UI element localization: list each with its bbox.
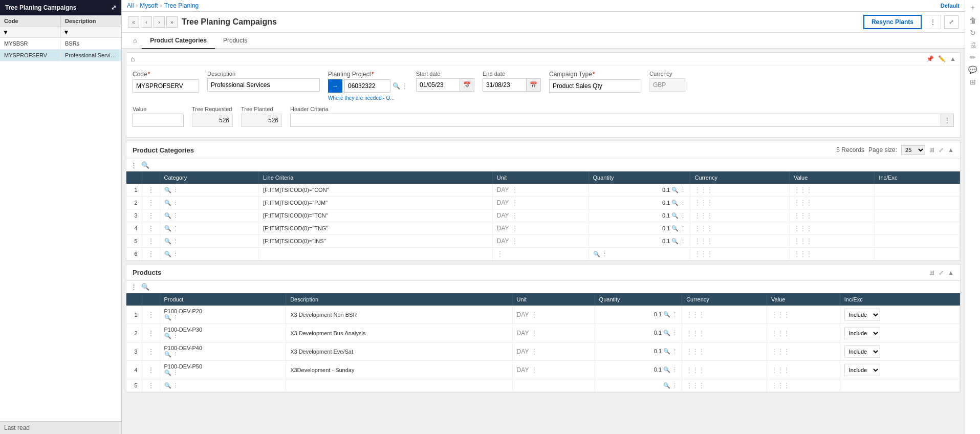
cat-row-dots-4[interactable]: ⋮ — [142, 222, 160, 235]
cat-search-icon-1[interactable]: 🔍 — [164, 187, 171, 193]
expand-sidebar-icon[interactable]: ⤢ — [111, 4, 116, 11]
cat-currency-4: ⋮⋮⋮ — [690, 222, 789, 235]
cat-more-icon-2[interactable]: ⋮ — [173, 200, 179, 206]
header-criteria-input[interactable] — [290, 114, 941, 127]
start-date-calendar-icon[interactable]: 📅 — [460, 78, 474, 92]
inc-exc-select-3[interactable]: IncludeExclude — [844, 345, 880, 358]
table-row: 3 ⋮ 🔍⋮ [F:ITM]TSICOD(0)="TCN" DAY⋮ 0.1 🔍… — [126, 209, 960, 222]
rt-comment-icon[interactable]: 💬 — [968, 66, 977, 74]
fullscreen-icon-cat[interactable]: ⤢ — [939, 146, 944, 154]
breadcrumb-sep-2: › — [160, 2, 162, 9]
fullscreen-icon-prod[interactable]: ⤢ — [939, 269, 944, 276]
sidebar-row-2[interactable]: MYSPROFSERV Professional Services — [0, 50, 121, 61]
prod-row-dots-5[interactable]: ⋮ — [142, 379, 160, 392]
product-categories-section: Product Categories 5 Records Page size: … — [126, 141, 961, 261]
cat-row-dots-3[interactable]: ⋮ — [142, 209, 160, 222]
nav-prev-btn[interactable]: ‹ — [141, 16, 152, 28]
prod-desc-2: X3 Development Bus.Analysis — [286, 324, 512, 342]
rt-edit-icon[interactable]: ✏ — [970, 53, 976, 61]
th-prod-value: Value — [767, 293, 840, 306]
breadcrumb-all[interactable]: All — [127, 2, 134, 9]
prod-toolbar-search[interactable]: 🔍 — [141, 283, 149, 291]
cat-row-num-4: 4 — [126, 222, 142, 235]
description-input[interactable] — [207, 78, 320, 92]
end-date-input[interactable] — [483, 78, 526, 92]
pin-icon[interactable]: 📌 — [926, 55, 934, 62]
cat-category-5: 🔍⋮ — [160, 235, 259, 248]
cat-more-icon-3[interactable]: ⋮ — [173, 212, 179, 219]
nav-first-btn[interactable]: « — [128, 16, 139, 28]
layers-icon-cat[interactable]: ⊞ — [929, 146, 934, 154]
collapse-record-icon[interactable]: ▲ — [950, 55, 956, 62]
tab-home[interactable]: ⌂ — [128, 33, 142, 49]
cat-search-icon-5[interactable]: 🔍 — [164, 238, 171, 245]
sidebar-last-read: Last read — [0, 421, 121, 434]
prod-row-dots-4[interactable]: ⋮ — [142, 361, 160, 379]
planting-project-input[interactable] — [344, 79, 390, 93]
cat-more-icon-5[interactable]: ⋮ — [173, 238, 179, 245]
tab-product-categories[interactable]: Product Categories — [142, 33, 215, 49]
cat-criteria-4: [F:ITM]TSICOD(0)="TNG" — [259, 222, 493, 235]
value-input[interactable] — [133, 114, 184, 127]
fullscreen-button[interactable]: ⤢ — [944, 15, 959, 29]
breadcrumb-mysoft[interactable]: Mysoft — [140, 2, 158, 9]
page-size-select[interactable]: 25 50 100 — [901, 145, 925, 155]
rt-layers-icon[interactable]: ⊞ — [970, 78, 976, 86]
rt-trash-icon[interactable]: 🗑 — [969, 16, 976, 25]
cat-more-icon-6[interactable]: ⋮ — [173, 251, 179, 257]
nav-last-btn[interactable]: » — [166, 16, 178, 28]
cat-row-dots-1[interactable]: ⋮ — [142, 184, 160, 197]
cat-row-dots-2[interactable]: ⋮ — [142, 197, 160, 209]
home-nav-icon[interactable]: ⌂ — [130, 55, 135, 63]
cat-search-icon-6[interactable]: 🔍 — [164, 251, 171, 257]
collapse-cat-icon[interactable]: ▲ — [948, 146, 954, 154]
cat-search-icon-3[interactable]: 🔍 — [164, 212, 171, 219]
sidebar-row-1[interactable]: MYSBSR BSRs — [0, 38, 121, 50]
resync-plants-button[interactable]: Resync Plants — [863, 15, 922, 29]
header-criteria-more-icon[interactable]: ⋮ — [941, 114, 954, 127]
cat-search-icon-4[interactable]: 🔍 — [164, 225, 171, 232]
tab-products[interactable]: Products — [215, 33, 255, 49]
prod-quantity-5: 🔍⋮ — [595, 379, 682, 392]
cat-row-dots-6[interactable]: ⋮ — [142, 248, 160, 261]
prod-row-dots-2[interactable]: ⋮ — [142, 324, 160, 342]
product-categories-title: Product Categories — [133, 146, 194, 154]
layers-icon-prod[interactable]: ⊞ — [929, 269, 934, 276]
cat-quantity-2: 0.1 🔍⋮ — [589, 197, 690, 209]
rt-plus-icon[interactable]: ＋ — [969, 3, 976, 12]
cat-inc-exc-4 — [875, 222, 960, 235]
code-input[interactable] — [133, 79, 199, 93]
inc-exc-select-1[interactable]: IncludeExclude — [844, 309, 880, 321]
prod-row-dots-3[interactable]: ⋮ — [142, 342, 160, 361]
cat-toolbar-dots[interactable]: ⋮ — [130, 161, 137, 169]
cat-row-dots-5[interactable]: ⋮ — [142, 235, 160, 248]
end-date-calendar-icon[interactable]: 📅 — [526, 78, 541, 92]
tree-planted-label: Tree Planted — [241, 106, 282, 112]
th-currency: Currency — [690, 171, 789, 184]
inc-exc-select-2[interactable]: IncludeExclude — [844, 327, 880, 339]
collapse-prod-icon[interactable]: ▲ — [948, 269, 954, 276]
breadcrumb-tree-planing[interactable]: Tree Planing — [164, 2, 199, 9]
start-date-input[interactable] — [416, 78, 460, 92]
edit-icon[interactable]: ✏️ — [938, 55, 946, 62]
cat-more-icon-1[interactable]: ⋮ — [173, 187, 179, 193]
th-unit: Unit — [492, 171, 589, 184]
cat-more-icon-4[interactable]: ⋮ — [173, 225, 179, 232]
cat-search-icon-2[interactable]: 🔍 — [164, 200, 171, 206]
nav-next-btn[interactable]: › — [154, 16, 165, 28]
inc-exc-select-4[interactable]: IncludeExclude — [844, 364, 880, 376]
planting-more-icon[interactable]: ⋮ — [402, 82, 408, 90]
campaign-type-select[interactable]: Product Sales Qty Product Sales Value Ma… — [549, 79, 641, 93]
rt-print-icon[interactable]: 🖨 — [969, 41, 976, 49]
more-options-button[interactable]: ⋮ — [925, 15, 941, 29]
cat-toolbar-search[interactable]: 🔍 — [141, 161, 149, 169]
planting-search-icon[interactable]: 🔍 — [393, 82, 400, 90]
breadcrumb: All › Mysoft › Tree Planing — [127, 2, 199, 9]
start-date-label: Start date — [416, 71, 474, 77]
planting-arrow-btn[interactable]: → — [328, 79, 342, 93]
prod-row-dots-1[interactable]: ⋮ — [142, 306, 160, 324]
rt-refresh-icon[interactable]: ↻ — [970, 29, 976, 37]
cat-quantity-5: 0.1 🔍⋮ — [589, 235, 690, 248]
prod-toolbar-dots[interactable]: ⋮ — [130, 283, 137, 291]
th-value: Value — [789, 171, 874, 184]
